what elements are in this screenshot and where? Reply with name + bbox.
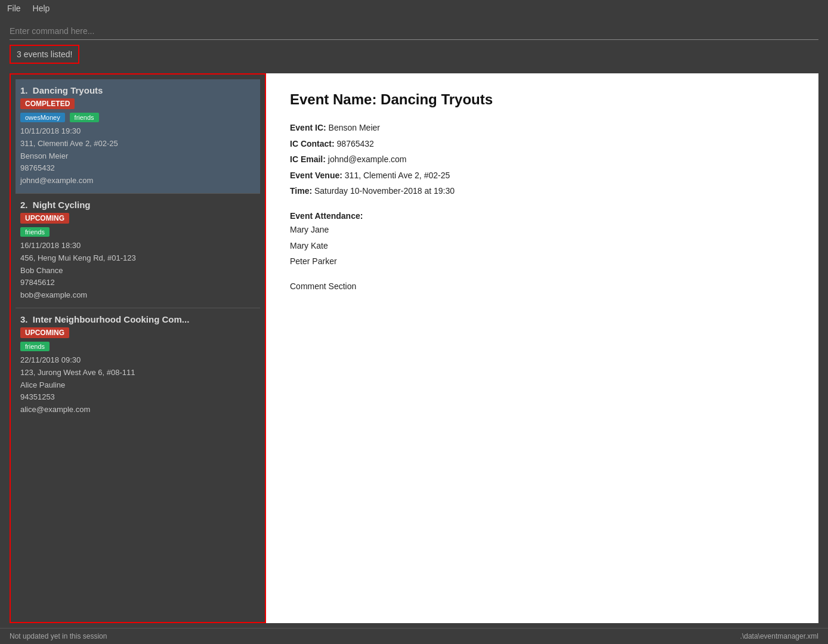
footer-right: .\data\eventmanager.xml — [740, 632, 818, 640]
event-title-2: 2. Night Cycling — [20, 200, 255, 210]
tag-friends-1: friends — [70, 113, 99, 122]
menu-help[interactable]: Help — [33, 4, 50, 13]
list-item[interactable]: 3. Inter Neighbourhood Cooking Com... UP… — [16, 308, 260, 422]
email-value: johnd@example.com — [328, 154, 407, 164]
menu-file[interactable]: File — [7, 4, 21, 13]
email-label: IC Email: — [290, 154, 326, 164]
tag-friends-2: friends — [20, 227, 50, 237]
event-meta-3: 22/11/2018 09:30 123, Jurong West Ave 6,… — [20, 354, 255, 416]
event-meta-1: 10/11/2018 19:30 311, Clementi Ave 2, #0… — [20, 125, 255, 187]
attendance-label: Event Attendance: — [290, 211, 795, 221]
comment-section: Comment Section — [290, 281, 795, 291]
attendance-list: Mary Jane Mary Kate Peter Parker — [290, 222, 795, 270]
event-title-1: 1. Dancing Tryouts — [20, 85, 255, 95]
status-message-box: 3 events listed! — [10, 45, 79, 64]
status-message-area: 3 events listed! — [0, 40, 828, 69]
status-badge-2: UPCOMING — [20, 213, 69, 224]
attendee-2: Mary Kate — [290, 238, 795, 254]
venue-label: Event Venue: — [290, 171, 342, 180]
contact-value: 98765432 — [337, 139, 374, 148]
status-badge-3: UPCOMING — [20, 327, 69, 338]
event-detail-panel: Event Name: Dancing Tryouts Event IC: Be… — [266, 73, 818, 623]
event-meta-2: 16/11/2018 18:30 456, Heng Mui Keng Rd, … — [20, 240, 255, 302]
attendance-section: Event Attendance: Mary Jane Mary Kate Pe… — [290, 211, 795, 270]
ic-value: Benson Meier — [329, 123, 380, 132]
tag-friends-3: friends — [20, 342, 50, 351]
ic-label: Event IC: — [290, 123, 326, 132]
time-value: Saturday 10-November-2018 at 19:30 — [314, 186, 455, 196]
status-badge-1: COMPLETED — [20, 98, 75, 109]
menu-bar: File Help — [0, 0, 828, 17]
tag-owesmoney-1: owesMoney — [20, 113, 65, 122]
attendee-3: Peter Parker — [290, 253, 795, 270]
list-item[interactable]: 2. Night Cycling UPCOMING friends 16/11/… — [16, 194, 260, 308]
attendee-1: Mary Jane — [290, 222, 795, 238]
command-input[interactable] — [10, 23, 818, 40]
command-area — [0, 17, 828, 40]
event-title-3: 3. Inter Neighbourhood Cooking Com... — [20, 314, 255, 324]
footer-left: Not updated yet in this session — [10, 632, 107, 640]
venue-value: 311, Clementi Ave 2, #02-25 — [345, 171, 450, 180]
status-message-text: 3 events listed! — [17, 49, 72, 59]
event-list-panel: 1. Dancing Tryouts COMPLETED owesMoney f… — [10, 73, 266, 623]
detail-fields: Event IC: Benson Meier IC Contact: 98765… — [290, 120, 795, 199]
detail-title: Event Name: Dancing Tryouts — [290, 91, 795, 108]
main-content: 1. Dancing Tryouts COMPLETED owesMoney f… — [0, 69, 828, 628]
footer: Not updated yet in this session .\data\e… — [0, 628, 828, 644]
contact-label: IC Contact: — [290, 139, 335, 148]
list-item[interactable]: 1. Dancing Tryouts COMPLETED owesMoney f… — [16, 79, 260, 194]
time-label: Time: — [290, 186, 312, 196]
